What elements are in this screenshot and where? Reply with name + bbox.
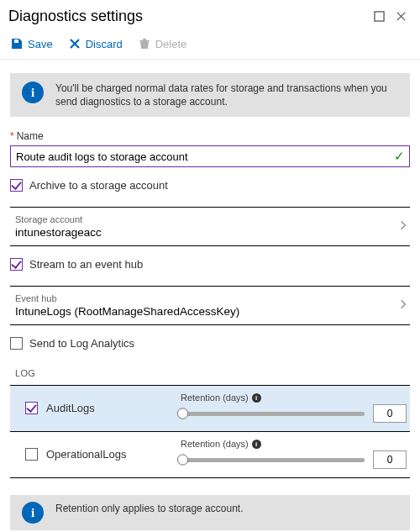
archive-label: Archive to a storage account [29,179,168,192]
page-title: Diagnostics settings [8,8,368,25]
stream-checkbox-row[interactable]: Stream to an event hub [10,258,410,271]
event-hub-picker[interactable]: Event hub IntuneLogs (RootManageSharedAc… [10,287,410,325]
retention-slider[interactable] [181,458,365,462]
chevron-right-icon [400,219,407,234]
retention-slider[interactable] [181,412,365,416]
stream-label: Stream to an event hub [29,258,143,271]
delete-icon [138,37,151,50]
name-label: *Name [10,130,410,142]
log-row[interactable]: OperationalLogsRetention (days)i [10,432,410,477]
chevron-right-icon [400,298,407,313]
close-icon[interactable] [390,5,412,27]
log-row[interactable]: AuditLogsRetention (days)i [10,386,410,431]
info-icon: i [22,82,44,103]
log-checkbox[interactable] [25,402,38,414]
storage-account-value: intunestorageacc [15,226,400,239]
retention-notice-text: Retention only applies to storage accoun… [55,502,243,515]
discard-icon [68,37,81,50]
validation-check-icon: ✓ [394,149,405,164]
storage-account-label: Storage account [15,214,400,224]
discard-label: Discard [86,38,123,50]
event-hub-value: IntuneLogs (RootManageSharedAccessKey) [15,305,400,318]
delete-label: Delete [155,38,187,50]
retention-input[interactable] [373,404,407,423]
log-analytics-label: Send to Log Analytics [29,337,134,350]
log-analytics-checkbox[interactable] [10,337,23,350]
log-name: OperationalLogs [46,448,181,461]
delete-button[interactable]: Delete [138,37,187,50]
save-button[interactable]: Save [10,37,53,50]
retention-notice: i Retention only applies to storage acco… [10,495,410,530]
log-rows: AuditLogsRetention (days)iOperationalLog… [10,386,410,478]
event-hub-label: Event hub [15,293,400,303]
retention-input[interactable] [373,450,407,469]
save-label: Save [28,38,53,50]
log-section-heading: LOG [15,368,410,378]
name-input[interactable] [10,145,410,167]
pricing-notice-text: You'll be charged normal data rates for … [55,82,398,108]
retention-label: Retention (days)i [181,439,407,449]
log-analytics-checkbox-row[interactable]: Send to Log Analytics [10,337,410,350]
pricing-notice: i You'll be charged normal data rates fo… [10,73,410,117]
info-icon[interactable]: i [252,440,261,449]
stream-checkbox[interactable] [10,258,23,271]
retention-label: Retention (days)i [181,392,407,403]
storage-account-picker[interactable]: Storage account intunestorageacc [10,208,410,246]
svg-rect-0 [374,11,383,20]
save-icon [10,37,24,50]
info-icon: i [22,502,44,524]
info-icon[interactable]: i [252,393,261,403]
log-checkbox[interactable] [25,448,38,461]
archive-checkbox-row[interactable]: Archive to a storage account [10,179,410,192]
archive-checkbox[interactable] [10,179,23,192]
discard-button[interactable]: Discard [68,37,123,50]
expand-icon[interactable] [368,5,390,27]
log-name: AuditLogs [46,402,181,414]
